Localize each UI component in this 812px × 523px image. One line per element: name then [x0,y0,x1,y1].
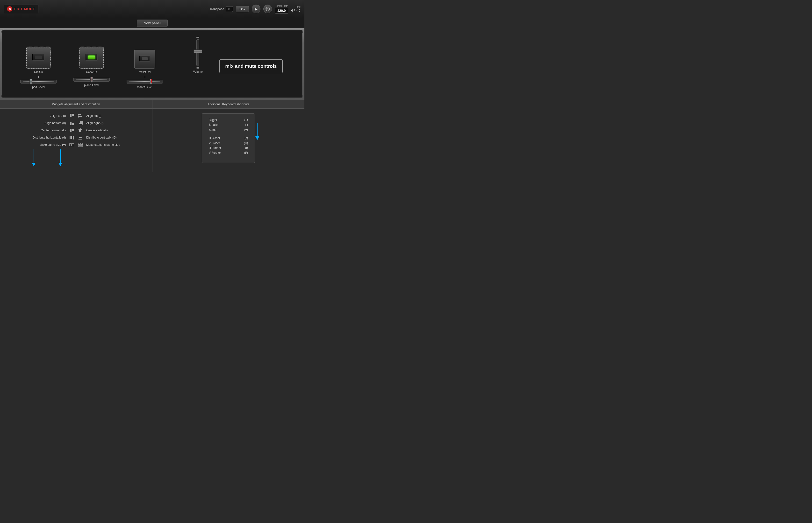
piano-level-track[interactable] [73,78,110,82]
align-bottom-icon[interactable] [69,121,75,126]
shortcut-smaller-key: (-) [245,122,248,127]
svg-rect-6 [78,114,81,115]
piano-on-indicator [86,54,98,60]
shortcut-same-label: Same [209,127,216,132]
fader-track[interactable] [196,39,199,66]
tempo-unit-label: bpm [283,5,288,7]
shortcut-vcloser: V Closer (C) [209,141,248,146]
mallet-on-indicator [139,56,150,61]
piano-on-dot [88,55,95,59]
section-headers: Widgets alignment and distribution Addit… [0,100,305,109]
metronome-button[interactable] [263,5,272,13]
new-panel-button[interactable]: New panel [137,20,168,27]
svg-rect-10 [72,123,74,125]
piano-level-slider: piano Level [65,78,118,89]
mallet-on-button[interactable] [134,50,155,69]
piano-level-label: piano Level [84,84,99,87]
shortcut-hcloser: H Closer (c) [209,136,248,141]
center-h-label: Center horizontally [7,129,66,132]
svg-rect-18 [79,129,82,130]
distribute-v-icon[interactable] [77,135,83,140]
align-right-icon[interactable] [77,121,83,126]
shortcut-same-key: (=) [244,127,248,132]
shortcut-vcloser-label: V Closer [209,141,220,146]
mallet-level-thumb[interactable] [150,79,153,85]
transpose-label: Transpose [209,7,224,11]
svg-rect-34 [81,143,83,145]
center-v-icon[interactable] [77,128,83,133]
bottom-section: Widgets alignment and distribution Addit… [0,100,305,172]
shortcut-hfurther-label: H Further [209,146,221,150]
distribute-h-icon[interactable] [69,135,75,140]
shortcut-hfurther: H Further (f) [209,146,248,150]
align-left-icon[interactable] [77,113,83,118]
link-button[interactable]: Link [236,6,249,12]
text-widget-box[interactable]: mix and mute controls [219,59,282,73]
svg-point-2 [267,8,268,10]
shortcut-hfurther-key: (f) [245,146,248,150]
widgets-row: pad On piano On mallet ON [7,34,297,73]
panel-bar: New panel [0,18,305,28]
captions-size-icon[interactable] [77,142,83,147]
panel-inner: pad On piano On mallet ON [2,30,303,98]
time-signature[interactable]: 4 / 4 [291,8,298,12]
svg-rect-7 [78,116,82,117]
svg-marker-39 [32,163,36,166]
pad-on-dot [35,55,42,59]
tempo-label: Tempo [275,5,282,7]
tempo-value[interactable]: 120.0 [275,8,288,14]
pad-level-label: pad Level [32,86,45,89]
shortcut-group-1: Bigger (+) Smaller (-) Same (=) [209,118,248,132]
transpose-value[interactable]: 0 [226,6,233,12]
center-h-icon[interactable] [69,128,75,133]
same-size-label: Make same size (=) [7,143,66,146]
align-top-icon[interactable] [69,113,75,118]
svg-rect-13 [79,123,83,124]
shortcut-vfurther-label: V Further [209,150,221,155]
time-arrows[interactable]: ▲▼ [299,8,300,13]
piano-on-button[interactable] [80,47,104,69]
blue-arrow-right [53,148,102,167]
alignment-section: Align top (t) Align left (l) [0,109,153,172]
pad-level-slider: pad Level [12,78,65,89]
captions-size-label: Make captions same size [86,143,145,146]
svg-rect-27 [79,137,82,138]
shortcuts-header: Additional Keyboard shortcuts [153,100,305,108]
mallet-level-slider: mallet Level [118,78,171,89]
center-v-label: Center vertically [86,129,145,132]
align-right-label: Align right (r) [86,121,145,125]
piano-on-label: piano On [86,71,97,73]
transpose-group: Transpose 0 [209,6,233,12]
svg-rect-12 [80,121,83,123]
edit-mode-button[interactable]: ✕ EDIT MODE [4,5,38,13]
alignment-header: Widgets alignment and distribution [0,100,153,108]
shortcut-smaller-label: Smaller [209,122,219,127]
piano-level-thumb[interactable] [90,77,93,83]
svg-marker-43 [255,137,259,140]
shortcut-smaller: Smaller (-) [209,122,248,127]
shortcut-vfurther-key: (F) [244,150,248,155]
top-bar-controls: Transpose 0 Link ▶ Tempo bpm 120.0 Time … [209,5,300,14]
shortcut-bigger-label: Bigger [209,118,217,122]
shortcut-same: Same (=) [209,127,248,132]
fader-cap-bottom [196,67,199,69]
volume-fader [196,37,199,69]
mallet-level-label: mallet Level [137,86,153,89]
svg-rect-31 [70,144,71,146]
time-group: Time 4 / 4 ▲▼ [291,5,300,13]
main-panel-area: pad On piano On mallet ON [0,28,305,100]
mallet-level-track[interactable] [126,80,163,84]
same-size-icon[interactable] [69,142,75,147]
svg-rect-4 [72,114,74,116]
pad-level-track[interactable] [20,80,56,84]
shortcut-blue-arrow [250,123,264,142]
shortcut-vfurther: V Further (F) [209,150,248,155]
fader-thumb[interactable] [193,50,202,53]
play-button[interactable]: ▶ [252,5,260,13]
pad-on-button[interactable] [26,47,51,69]
mallet-on-label: mallet ON [139,71,151,73]
svg-rect-3 [70,114,71,117]
pad-level-thumb[interactable] [30,79,32,85]
svg-rect-19 [79,130,81,132]
volume-label: Volume [193,70,203,73]
